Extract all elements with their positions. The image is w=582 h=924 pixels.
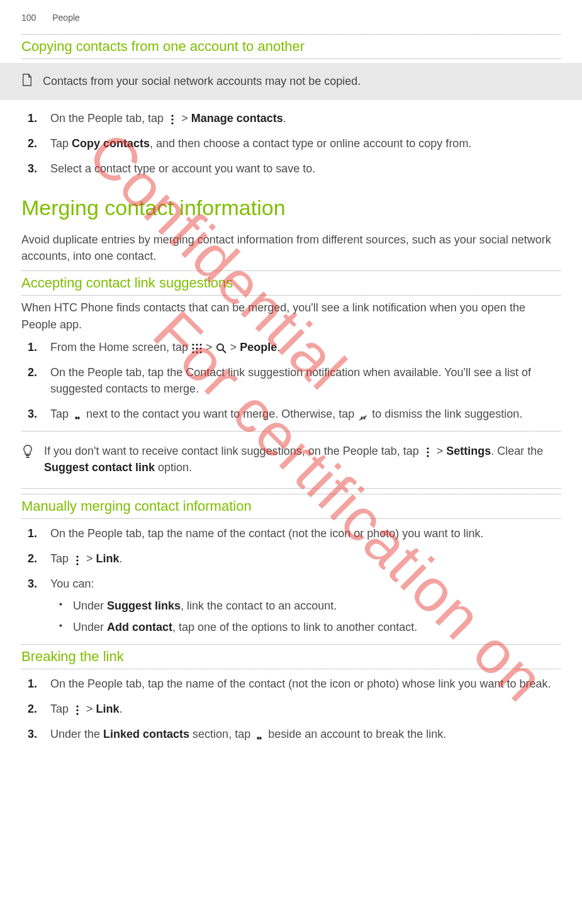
link-icon bbox=[72, 409, 83, 420]
list-item: Under Suggest links, link the contact to… bbox=[73, 598, 561, 614]
text: Link bbox=[96, 552, 120, 565]
svg-point-0 bbox=[172, 115, 174, 117]
svg-point-7 bbox=[196, 347, 198, 349]
broken-link-icon bbox=[357, 409, 369, 420]
text: > bbox=[178, 112, 191, 125]
text: Tap bbox=[50, 703, 72, 715]
text: section, tap bbox=[189, 728, 254, 740]
text: > bbox=[203, 341, 216, 353]
more-icon bbox=[422, 446, 434, 457]
text: > bbox=[434, 445, 447, 457]
more-icon bbox=[72, 554, 83, 565]
tip-text: If you don't want to receive contact lin… bbox=[44, 443, 561, 476]
paragraph: When HTC Phone finds contacts that can b… bbox=[21, 299, 561, 332]
svg-point-4 bbox=[196, 343, 198, 345]
text: , tap one of the options to link to anot… bbox=[172, 621, 417, 633]
text: > bbox=[83, 703, 96, 715]
text: People bbox=[240, 341, 277, 353]
link-icon bbox=[254, 729, 265, 740]
text: . bbox=[120, 703, 123, 715]
steps-breaking: On the People tab, tap the name of the c… bbox=[21, 676, 561, 742]
text: Suggest contact link bbox=[44, 461, 155, 474]
text: Under bbox=[73, 621, 107, 633]
text: Under the bbox=[50, 728, 103, 740]
svg-point-23 bbox=[76, 705, 78, 707]
steps-accepting: From the Home screen, tap > > People. On… bbox=[21, 339, 561, 422]
text: Link bbox=[96, 703, 120, 715]
heading-accepting: Accepting contact link suggestions bbox=[21, 275, 561, 291]
steps-copying: On the People tab, tap > Manage contacts… bbox=[21, 110, 561, 177]
svg-point-2 bbox=[172, 123, 174, 125]
svg-rect-16 bbox=[26, 457, 30, 458]
paragraph: Avoid duplicate entries by merging conta… bbox=[21, 231, 561, 264]
list-item: On the People tab, tap the name of the c… bbox=[50, 676, 561, 692]
svg-point-12 bbox=[217, 344, 223, 350]
divider bbox=[21, 669, 561, 669]
list-item: From the Home screen, tap > > People. bbox=[50, 339, 561, 355]
svg-point-6 bbox=[193, 347, 194, 349]
svg-point-1 bbox=[172, 119, 174, 121]
list-item: Select a contact type or account you wan… bbox=[50, 160, 561, 177]
svg-point-10 bbox=[196, 351, 198, 353]
divider bbox=[21, 34, 561, 35]
svg-point-3 bbox=[193, 343, 194, 345]
svg-point-21 bbox=[76, 559, 78, 561]
text: next to the contact you want to merge. O… bbox=[83, 408, 357, 420]
text: > bbox=[83, 552, 96, 565]
text: Tap bbox=[50, 137, 72, 150]
page-header: 100 People bbox=[21, 13, 561, 23]
note-text: Contacts from your social network accoun… bbox=[43, 75, 361, 88]
more-icon bbox=[167, 113, 178, 125]
svg-rect-15 bbox=[26, 455, 30, 456]
divider bbox=[21, 644, 561, 645]
text: On the People tab, tap bbox=[50, 112, 167, 125]
list-item: Tap > Link. bbox=[50, 550, 561, 567]
text: to dismiss the link suggestion. bbox=[369, 408, 522, 420]
heading-breaking: Breaking the link bbox=[21, 648, 561, 665]
steps-manually: On the People tab, tap the name of the c… bbox=[21, 525, 561, 635]
text: You can: bbox=[50, 577, 94, 590]
svg-point-25 bbox=[76, 713, 78, 715]
note-icon bbox=[21, 73, 34, 90]
divider bbox=[21, 295, 561, 296]
text: Copy contacts bbox=[72, 137, 150, 150]
text: Add contact bbox=[107, 621, 172, 633]
text: Settings bbox=[446, 445, 491, 457]
svg-point-9 bbox=[193, 351, 194, 353]
page-section: People bbox=[52, 13, 80, 23]
page: 100 People Copying contacts from one acc… bbox=[0, 0, 582, 776]
list-item: On the People tab, tap the name of the c… bbox=[50, 525, 561, 542]
divider bbox=[21, 270, 561, 271]
divider bbox=[21, 58, 561, 59]
svg-point-11 bbox=[200, 351, 202, 353]
text: . bbox=[120, 552, 123, 565]
text: Suggest links bbox=[107, 599, 181, 612]
svg-point-24 bbox=[76, 709, 78, 711]
apps-icon bbox=[191, 342, 203, 353]
divider bbox=[21, 518, 561, 519]
more-icon bbox=[72, 704, 83, 715]
list-item: Tap > Link. bbox=[50, 701, 561, 717]
text: option. bbox=[155, 461, 192, 474]
text: . bbox=[283, 112, 286, 125]
divider bbox=[21, 488, 561, 489]
text: Under bbox=[73, 599, 107, 612]
svg-point-19 bbox=[427, 455, 428, 457]
bullet-list: Under Suggest links, link the contact to… bbox=[50, 598, 561, 635]
list-item: On the People tab, tap > Manage contacts… bbox=[50, 110, 561, 126]
svg-point-5 bbox=[200, 343, 202, 345]
svg-point-18 bbox=[427, 452, 428, 454]
divider bbox=[21, 494, 561, 494]
bulb-icon bbox=[21, 444, 35, 464]
text: Manage contacts bbox=[191, 112, 283, 125]
svg-point-17 bbox=[427, 448, 428, 450]
note-box: Contacts from your social network accoun… bbox=[0, 63, 582, 100]
svg-line-13 bbox=[223, 350, 226, 353]
text: Tap bbox=[50, 552, 72, 565]
list-item: Under Add contact, tap one of the option… bbox=[73, 619, 561, 635]
list-item: Tap Copy contacts, and then choose a con… bbox=[50, 135, 561, 152]
svg-point-22 bbox=[76, 563, 78, 565]
heading-merging: Merging contact information bbox=[21, 196, 561, 220]
list-item: On the People tab, tap the Contact link … bbox=[50, 364, 561, 397]
text: , link the contact to an account. bbox=[181, 599, 337, 612]
